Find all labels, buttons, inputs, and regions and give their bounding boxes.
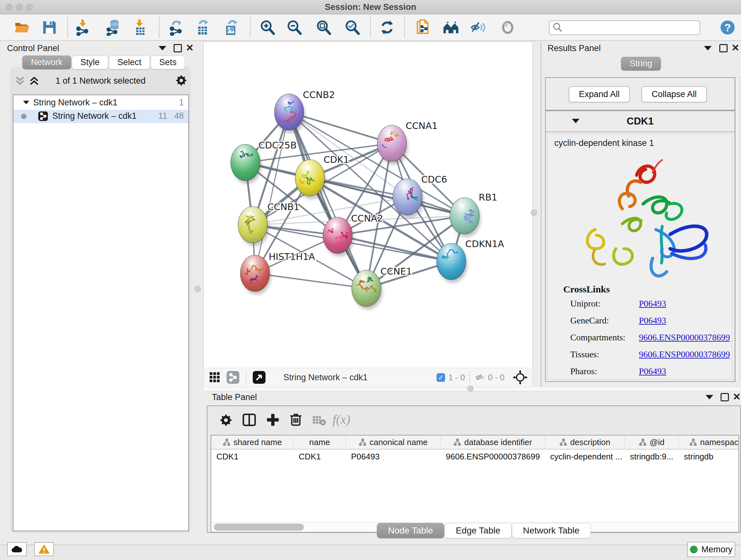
save-session-button[interactable] (41, 19, 58, 36)
table-cell[interactable]: CDK1 (293, 449, 346, 463)
right-splitter-handle[interactable] (531, 209, 537, 216)
export-image-button[interactable] (222, 19, 239, 36)
export-table-button[interactable] (194, 19, 211, 36)
node-table[interactable]: shared namenamecanonical namedatabase id… (211, 435, 739, 533)
zoom-fit-button[interactable] (315, 19, 332, 36)
control-panel-float-icon[interactable] (174, 44, 182, 52)
control-panel-menu-icon[interactable] (158, 46, 166, 51)
network-node-HIST1H1A[interactable] (240, 255, 270, 292)
detach-view-icon[interactable] (253, 371, 266, 384)
table-cell[interactable]: stringdb:9... (625, 449, 679, 463)
crosslink-uniprot-link[interactable]: P06493 (639, 299, 666, 309)
network-node-CDC25B[interactable] (231, 144, 260, 181)
table-row[interactable]: CDK1CDK1P064939606.ENSP00000378699cyclin… (211, 449, 738, 463)
tab-edge-table[interactable]: Edge Table (445, 523, 512, 538)
import-network-file-button[interactable] (74, 19, 91, 36)
network-canvas[interactable]: CCNB2CCNA1CDC25BCDK1CDC6RB1CCNB1CCNA2CDK… (203, 42, 533, 368)
left-splitter-handle[interactable] (194, 286, 201, 292)
hide-unhide-graphics-button[interactable] (470, 19, 486, 36)
expand-all-button[interactable]: Expand All (569, 86, 630, 103)
bird-eye-toggle-button[interactable] (499, 19, 516, 36)
node-label-CCNA2: CCNA2 (351, 213, 383, 224)
table-panel-title: Table Panel (212, 392, 257, 402)
column-header-database-identifier[interactable]: database identifier (441, 435, 545, 449)
table-options-gear-icon[interactable] (219, 413, 233, 427)
results-panel-float-icon[interactable] (719, 44, 728, 52)
table-cell[interactable]: 9606.ENSP00000378699 (441, 449, 545, 463)
memory-button[interactable]: Memory (687, 542, 735, 557)
results-panel-close-icon[interactable]: ✕ (731, 45, 739, 51)
delete-column-trash-icon[interactable] (288, 412, 303, 427)
results-panel-menu-icon[interactable] (704, 46, 712, 51)
zoom-selected-icon (344, 19, 360, 36)
network-node-CDK1[interactable] (295, 160, 325, 196)
network-view-share-icon[interactable] (226, 371, 239, 384)
create-column-plus-icon[interactable] (266, 413, 280, 427)
network-node-CCNB2[interactable] (274, 94, 304, 130)
cloud-status-button[interactable] (7, 542, 27, 556)
results-scrollbar[interactable] (735, 77, 739, 381)
column-header-shared-name[interactable]: shared name (211, 435, 293, 449)
crosslink-genecard-link[interactable]: P06493 (639, 315, 666, 326)
table-body: CDK1CDK1P064939606.ENSP00000378699cyclin… (211, 449, 738, 463)
tab-node-table[interactable]: Node Table (377, 523, 444, 538)
refresh-view-button[interactable] (379, 19, 395, 36)
tab-string[interactable]: String (621, 57, 661, 71)
table-panel-menu-icon[interactable] (705, 395, 713, 399)
column-header-namespace[interactable]: namespace (679, 435, 739, 449)
crosslink-pharos-link[interactable]: P06493 (639, 366, 666, 376)
tab-network-table[interactable]: Network Table (512, 523, 591, 538)
column-header-description[interactable]: description (545, 435, 625, 449)
control-panel-close-icon[interactable]: ✕ (186, 45, 194, 51)
open-session-button[interactable] (14, 19, 30, 36)
table-panel-float-icon[interactable] (721, 393, 729, 401)
network-snapshot-button[interactable] (414, 19, 431, 36)
control-panel-title: Control Panel (7, 44, 59, 53)
scrollbar-thumb[interactable] (214, 523, 304, 531)
import-network-database-button[interactable] (105, 19, 122, 36)
network-node-count: 11 (158, 111, 167, 121)
network-collection-row[interactable]: String Network – cdk1 1 (13, 97, 188, 110)
network-options-gear-icon[interactable] (175, 74, 188, 87)
network-node-CDKN1A[interactable] (436, 243, 466, 280)
table-cell[interactable]: CDK1 (211, 449, 293, 463)
tab-network[interactable]: Network (22, 56, 71, 69)
column-header--id[interactable]: @id (625, 435, 679, 449)
import-table-file-button[interactable] (131, 19, 148, 36)
show-columns-icon[interactable] (242, 413, 257, 427)
crosslink-compartments-link[interactable]: 9606.ENSP00000378699 (639, 332, 730, 343)
birds-eye-crosshair-icon[interactable] (513, 370, 528, 385)
houses-icon (443, 19, 459, 36)
bottom-splitter-handle[interactable] (467, 385, 474, 392)
string-home-button[interactable] (443, 19, 459, 36)
table-cell[interactable]: P06493 (346, 449, 441, 463)
tab-style[interactable]: Style (72, 56, 108, 69)
table-cell[interactable]: stringdb (679, 449, 739, 463)
zoom-out-button[interactable] (286, 19, 302, 36)
search-input[interactable] (563, 22, 696, 33)
zoom-selected-button[interactable] (344, 19, 360, 36)
export-network-button[interactable] (168, 19, 185, 36)
collection-expand-icon[interactable] (23, 101, 29, 104)
zoom-in-button[interactable] (259, 19, 276, 36)
tab-sets[interactable]: Sets (151, 56, 185, 69)
document-share-icon (414, 19, 431, 36)
network-node-CCNA2[interactable] (323, 217, 352, 253)
grid-view-icon[interactable] (209, 371, 221, 383)
table-panel-close-icon[interactable]: ✕ (733, 394, 741, 400)
warnings-button[interactable] (34, 542, 54, 556)
crosslink-tissues-link[interactable]: 9606.ENSP00000378699 (639, 349, 730, 360)
help-button[interactable]: ? (719, 19, 736, 36)
network-edge-HIST1H1A-CCNE1[interactable] (255, 273, 366, 288)
column-header-name[interactable]: name (293, 435, 346, 449)
collapse-all-button[interactable]: Collapse All (642, 86, 707, 103)
vertical-splitter[interactable] (541, 42, 542, 387)
network-node-CCNB1[interactable] (238, 206, 267, 243)
table-cell[interactable]: cyclin-dependent ... (545, 449, 625, 463)
network-node-CCNA1[interactable] (377, 125, 407, 162)
column-header-canonical-name[interactable]: canonical name (346, 435, 441, 449)
selected-checkbox-icon[interactable]: ✓ (436, 373, 445, 382)
main-toolbar: ? (0, 14, 741, 41)
tab-select[interactable]: Select (109, 56, 150, 69)
network-row-selected[interactable]: String Network – cdk1 11 48 (13, 110, 188, 123)
